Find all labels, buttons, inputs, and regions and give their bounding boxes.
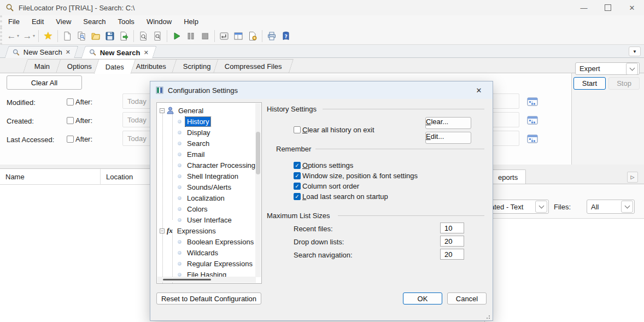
open-results-button[interactable] [150, 29, 165, 43]
column-header-name[interactable]: Name [0, 169, 101, 185]
edit-history-button[interactable]: Edit... [425, 132, 471, 144]
print-button[interactable] [265, 29, 279, 43]
created-after-checkbox[interactable]: After: [67, 116, 92, 125]
copy-criteria-button[interactable] [74, 29, 89, 43]
forward-dropdown-icon[interactable]: ▾ [33, 33, 35, 38]
remember-options-checkbox[interactable]: ✓ Options settings [294, 161, 353, 169]
drop-down-lists-input[interactable] [440, 236, 464, 247]
tree-item-history[interactable]: History [178, 116, 210, 127]
document-tab-strip: New Search ✕ New Search ✕ ▼ [0, 45, 644, 58]
tree-item-colors[interactable]: Colors [178, 203, 209, 214]
scrollbar-thumb[interactable] [256, 132, 260, 174]
menu-help[interactable]: Help [178, 17, 204, 26]
start-button[interactable]: Start [573, 77, 606, 90]
menu-file[interactable]: File [2, 17, 26, 26]
combo-chevron-button[interactable] [626, 63, 638, 75]
report-content-area [485, 218, 644, 322]
combo-chevron-button[interactable] [535, 201, 547, 213]
collapse-icon[interactable]: − [160, 229, 165, 233]
tab-overflow-button[interactable]: ▼ [629, 46, 641, 56]
clear-history-button[interactable]: Clear... [425, 117, 471, 129]
dialog-title: Configuration Settings [168, 86, 471, 95]
tab-compressed-files[interactable]: Compressed Files [213, 59, 294, 73]
pause-search-button[interactable] [184, 29, 198, 43]
modified-after-checkbox[interactable]: After: [67, 98, 92, 106]
tree-item-expressions[interactable]: − fx Expressions [160, 225, 218, 236]
tree-item-sounds-alerts[interactable]: Sounds/Alerts [178, 182, 233, 192]
tree-item-search[interactable]: Search [178, 138, 211, 149]
bullet-icon [178, 153, 182, 156]
tree-item-display[interactable]: Display [178, 127, 212, 138]
tree-item-shell-integration[interactable]: Shell Integration [178, 171, 240, 182]
help-button[interactable]: ? [279, 29, 293, 43]
last-accessed-calendar-icon[interactable] [527, 134, 538, 144]
open-search-criteria-button[interactable] [136, 29, 150, 43]
layout-button[interactable] [231, 29, 245, 43]
close-button[interactable]: ✕ [620, 0, 644, 15]
report-options-button[interactable] [245, 29, 260, 43]
search-navigation-input[interactable] [440, 249, 464, 260]
tree-item-wildcards[interactable]: Wildcards [178, 247, 220, 258]
start-search-toolbar-button[interactable] [169, 29, 184, 43]
search-mode-combo[interactable]: Expert [575, 62, 640, 75]
tab-close-icon[interactable]: ✕ [144, 49, 149, 56]
tab-reports[interactable]: eports [490, 169, 526, 184]
menu-search[interactable]: Search [77, 17, 112, 26]
stop-search-button[interactable] [198, 29, 212, 43]
new-search-button[interactable] [60, 29, 74, 43]
export-icon [119, 31, 129, 41]
ok-button[interactable]: OK [403, 292, 442, 305]
back-dropdown-icon[interactable]: ▾ [17, 33, 19, 38]
tree-item-boolean-expressions[interactable]: Boolean Expressions [178, 236, 255, 247]
tree-horizontal-scrollbar[interactable] [157, 277, 256, 283]
resize-grip[interactable] [486, 314, 491, 319]
search-tab-magnifier-icon [89, 49, 97, 56]
favorites-button[interactable]: ★ [41, 29, 55, 43]
tab-new-search-1[interactable]: New Search ✕ [4, 46, 78, 58]
last-accessed-after-checkbox[interactable]: After: [67, 135, 92, 143]
save-button[interactable] [103, 29, 117, 43]
tree-item-email[interactable]: Email [178, 149, 207, 160]
menu-view[interactable]: View [50, 17, 77, 26]
maximize-button[interactable] [596, 0, 620, 15]
tab-new-search-2[interactable]: New Search ✕ [81, 46, 156, 58]
modified-calendar-icon[interactable] [527, 97, 538, 107]
panel-arrow-button[interactable]: ▷ [627, 172, 638, 183]
dialog-close-button[interactable]: ✕ [471, 84, 487, 97]
toggle-panel-button[interactable] [217, 29, 231, 43]
tree-item-general[interactable]: − General [160, 105, 205, 116]
created-calendar-icon[interactable] [527, 115, 538, 125]
clear-history-checkbox[interactable]: Clear all history on exit [294, 126, 374, 134]
remember-window-checkbox[interactable]: ✓ Window size, position & font settings [294, 172, 418, 180]
files-filter-combo[interactable]: All [587, 200, 635, 214]
tree-item-regular-expressions[interactable]: Regular Expressions [178, 258, 254, 269]
tree-vertical-scrollbar[interactable] [255, 103, 261, 277]
menu-edit[interactable]: Edit [26, 17, 50, 26]
tree-item-character-processing[interactable]: Character Processing [178, 160, 257, 171]
load-last-search-checkbox[interactable]: ✓ Load last search on startup [294, 192, 388, 201]
combo-chevron-button[interactable] [621, 201, 633, 213]
recent-files-input[interactable] [440, 223, 464, 233]
scrollbar-thumb[interactable] [163, 279, 211, 280]
minimize-button[interactable]: — [572, 0, 596, 15]
clear-all-button[interactable]: Clear All [7, 75, 82, 90]
reset-default-button[interactable]: Reset to Default Configuration [156, 292, 261, 305]
tab-close-icon[interactable]: ✕ [66, 49, 71, 56]
files-filter-value: All [587, 203, 621, 211]
menu-tools[interactable]: Tools [112, 17, 140, 26]
report-view-combo[interactable]: ated - Text [486, 200, 549, 214]
collapse-icon[interactable]: − [160, 108, 165, 113]
cancel-button[interactable]: Cancel [447, 292, 487, 305]
open-button[interactable] [89, 29, 103, 43]
tree-item-localization[interactable]: Localization [178, 192, 226, 203]
remember-column-sort-checkbox[interactable]: ✓ Column sort order [294, 182, 359, 190]
tab-dates[interactable]: Dates [94, 59, 136, 74]
subtab-label: Attributes [136, 62, 166, 71]
max-list-sizes-group-label: Maximum List Sizes [267, 212, 330, 220]
menu-window[interactable]: Window [140, 17, 178, 26]
export-button[interactable] [117, 29, 131, 43]
settings-tree: − General History Display Search Email C… [156, 102, 262, 284]
tree-item-user-interface[interactable]: User Interface [178, 214, 233, 225]
checkbox-checked-icon: ✓ [294, 183, 301, 190]
tree-item-label: Wildcards [185, 248, 220, 257]
